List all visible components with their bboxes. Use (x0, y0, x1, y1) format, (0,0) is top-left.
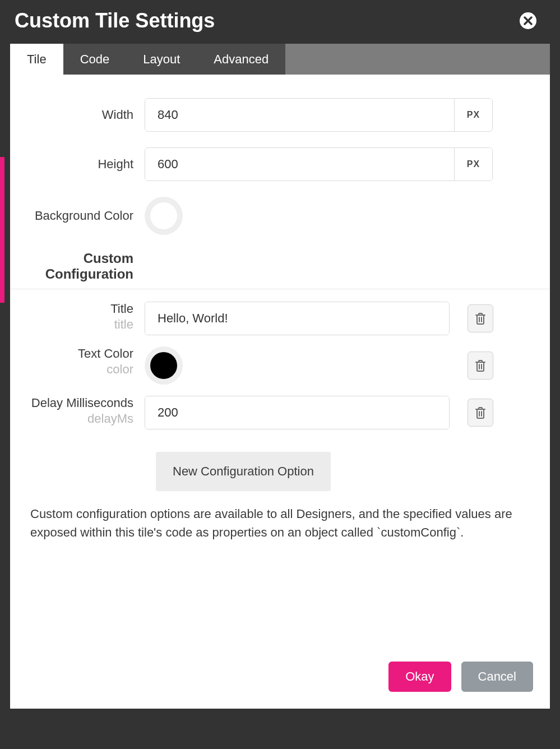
custom-tile-settings-dialog: Custom Tile Settings Tile Code Layout Ad… (10, 0, 550, 713)
row-text-color: Text Color color (10, 341, 550, 390)
label-title-text: Title (110, 302, 133, 316)
dialog-footer: Okay Cancel (388, 662, 533, 692)
label-width: Width (10, 108, 145, 122)
label-delay-text: Delay Milliseconds (31, 396, 133, 410)
trash-icon (475, 406, 486, 419)
tab-code[interactable]: Code (63, 44, 127, 75)
row-new-option: New Configuration Option (10, 452, 550, 491)
text-color-swatch-inner (150, 352, 177, 379)
close-button[interactable] (520, 12, 536, 29)
title-input[interactable] (145, 302, 449, 335)
label-height: Height (10, 157, 145, 172)
label-title: Title title (10, 302, 145, 332)
row-title: Title title (10, 296, 550, 341)
row-section-header: Custom Configuration (10, 243, 550, 284)
new-configuration-option-button[interactable]: New Configuration Option (156, 452, 331, 491)
label-delay: Delay Milliseconds delayMs (10, 396, 145, 426)
tab-layout[interactable]: Layout (126, 44, 197, 75)
tab-spacer (285, 44, 550, 75)
sublabel-text-color: color (10, 362, 133, 377)
delete-title-button[interactable] (468, 304, 493, 332)
sidebar-accent (0, 157, 4, 303)
tabs-bar: Tile Code Layout Advanced (10, 44, 550, 75)
help-text: Custom configuration options are availab… (10, 491, 550, 542)
height-input-group: PX (145, 147, 493, 181)
row-height: Height PX (10, 140, 550, 189)
bgcolor-swatch[interactable] (145, 197, 183, 235)
width-unit: PX (454, 99, 492, 131)
close-icon (524, 16, 533, 25)
delay-input[interactable] (145, 396, 449, 429)
cancel-button[interactable]: Cancel (461, 662, 533, 692)
row-bgcolor: Background Color (10, 189, 550, 243)
label-custom-configuration: Custom Configuration (10, 251, 145, 282)
row-width: Width PX (10, 90, 550, 140)
height-input[interactable] (145, 148, 454, 181)
width-input[interactable] (145, 99, 454, 131)
dialog-title: Custom Tile Settings (15, 9, 215, 33)
tab-advanced[interactable]: Advanced (197, 44, 285, 75)
delete-text-color-button[interactable] (468, 352, 493, 380)
delete-delay-button[interactable] (468, 399, 493, 427)
trash-icon (475, 359, 486, 372)
sublabel-title: title (10, 317, 133, 332)
delay-input-group (145, 396, 450, 429)
width-input-group: PX (145, 98, 493, 132)
trash-icon (475, 312, 486, 325)
height-unit: PX (454, 148, 492, 181)
sublabel-delay: delayMs (10, 412, 133, 426)
dialog-header: Custom Tile Settings (10, 0, 550, 44)
row-delay: Delay Milliseconds delayMs (10, 390, 550, 435)
label-text-color-text: Text Color (78, 346, 133, 360)
section-divider (10, 289, 550, 289)
okay-button[interactable]: Okay (388, 662, 451, 692)
tile-panel: Width PX Height PX (10, 75, 550, 709)
title-input-group (145, 302, 450, 335)
label-text-color: Text Color color (10, 346, 145, 377)
bgcolor-swatch-inner (150, 202, 177, 229)
text-color-swatch[interactable] (145, 346, 183, 385)
tab-tile[interactable]: Tile (10, 44, 63, 75)
label-bgcolor: Background Color (10, 209, 145, 223)
